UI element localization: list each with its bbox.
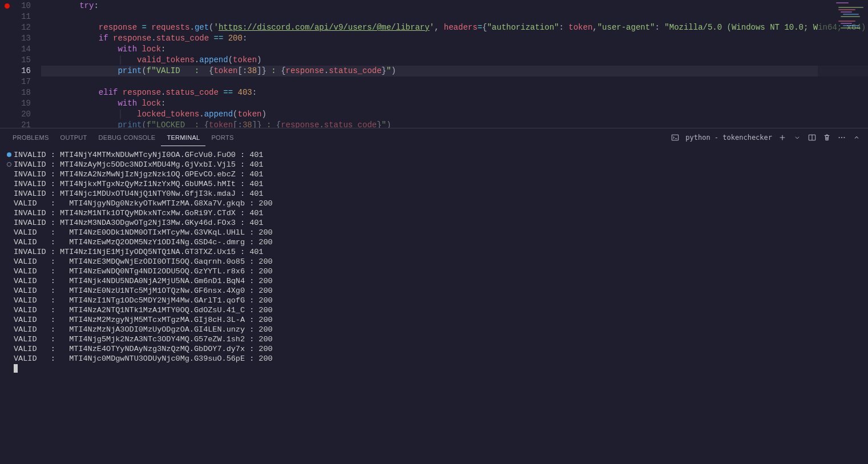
line-number[interactable]: 15 bbox=[0, 55, 31, 66]
tab-ports[interactable]: PORTS bbox=[205, 130, 239, 146]
terminal-line: INVALID : MTI4NjY4MTMxNDUwMTcyNjI0OA.GFc… bbox=[7, 150, 861, 160]
tab-debug-console[interactable]: DEBUG CONSOLE bbox=[93, 130, 162, 146]
terminal-line: VALID : MTI4NzE0NzU1NTc5MjM1OTQzNw.GF6ns… bbox=[7, 286, 861, 296]
code-line[interactable]: if response.status_code == 200: bbox=[41, 33, 868, 44]
panel-toolbar: python - tokenchecker bbox=[671, 133, 861, 142]
code-line[interactable]: response = requests.get('https://discord… bbox=[41, 22, 868, 33]
code-line[interactable] bbox=[41, 76, 868, 87]
terminal-line: VALID : MTI4NzM2MzgyNjM5MTcxMTgzMA.GIj8c… bbox=[7, 315, 861, 325]
code-line[interactable]: try: bbox=[41, 1, 868, 11]
terminal-line: VALID : MTI4NzA2NTQ1NTk1MzA1MTY0OQ.GdOZs… bbox=[7, 305, 861, 315]
terminal-line: VALID : MTI4NzEwMzQ2ODM5NzY1ODI4Ng.GSD4c… bbox=[7, 237, 861, 247]
terminal-line: INVALID : MTI4NzAyMjc5ODc3NDIxMDU4Mg.GjV… bbox=[7, 160, 861, 170]
more-icon[interactable] bbox=[837, 133, 846, 142]
terminal-shell-icon bbox=[671, 133, 680, 142]
code-line[interactable]: with lock: bbox=[41, 98, 868, 109]
terminal-line: VALID : MTI4Njc0MDgwNTU3ODUyNjc0Mg.G39su… bbox=[7, 354, 861, 364]
line-number[interactable]: 20 bbox=[0, 109, 31, 120]
panel-tabs: PROBLEMS OUTPUT DEBUG CONSOLE TERMINAL P… bbox=[0, 128, 868, 147]
code-line[interactable]: │ valid_tokens.append(token) bbox=[41, 55, 868, 66]
svg-point-3 bbox=[841, 137, 842, 138]
code-line[interactable]: with lock: bbox=[41, 44, 868, 55]
tab-output[interactable]: OUTPUT bbox=[55, 130, 93, 146]
split-terminal-icon[interactable] bbox=[808, 133, 817, 142]
terminal-cursor-line[interactable] bbox=[7, 364, 861, 373]
cursor bbox=[14, 364, 18, 373]
terminal-line: VALID : MTI4NzE4OTYyNDAyNzg3NzQzMQ.GbDOY… bbox=[7, 344, 861, 354]
svg-point-2 bbox=[839, 137, 840, 138]
chevron-down-icon[interactable] bbox=[793, 133, 802, 142]
line-number[interactable]: 21 bbox=[0, 120, 31, 131]
maximize-panel-icon[interactable] bbox=[852, 133, 861, 142]
bottom-panel: PROBLEMS OUTPUT DEBUG CONSOLE TERMINAL P… bbox=[0, 128, 868, 464]
terminal-line: INVALID : MTI4NzM3NDA3ODgwOTg2NjI3Mw.GKy… bbox=[7, 218, 861, 228]
line-number[interactable]: 12 bbox=[0, 22, 31, 33]
minimap[interactable] bbox=[818, 0, 868, 128]
line-number[interactable]: 10 bbox=[0, 1, 31, 11]
terminal-label: python - tokenchecker bbox=[685, 134, 772, 142]
terminal-line: VALID : MTI4NjgyNDg0NzkyOTkwMTIzMA.G8Xa7… bbox=[7, 199, 861, 208]
new-terminal-icon[interactable] bbox=[778, 133, 787, 142]
trash-icon[interactable] bbox=[822, 133, 831, 142]
code-line[interactable]: print(f"LOCKED : {token[:38]} : {respons… bbox=[41, 120, 868, 128]
code-line[interactable]: elif response.status_code == 403: bbox=[41, 87, 868, 98]
svg-rect-0 bbox=[672, 135, 679, 140]
line-number[interactable]: 19 bbox=[0, 98, 31, 109]
code-line[interactable] bbox=[41, 11, 868, 22]
code-line[interactable]: print(f"VALID : {token[:38]} : {response… bbox=[41, 66, 868, 76]
terminal-output[interactable]: INVALID : MTI4NjY4MTMxNDUwMTcyNjI0OA.GFc… bbox=[0, 147, 868, 464]
terminal-line: VALID : MTI4NzE0ODk1NDM0OTIxMTcyMw.G3VKq… bbox=[7, 228, 861, 237]
terminal-line: VALID : MTI4NzI1NTg1ODc5MDY2NjM4Mw.GArlT… bbox=[7, 296, 861, 305]
terminal-line: VALID : MTI4NzEwNDQ0NTg4NDI2ODU5OQ.GzYYT… bbox=[7, 267, 861, 276]
code-line[interactable]: │ locked_tokens.append(token) bbox=[41, 109, 868, 120]
tab-problems[interactable]: PROBLEMS bbox=[7, 130, 55, 146]
line-number[interactable]: 14 bbox=[0, 44, 31, 55]
line-number[interactable]: 17 bbox=[0, 76, 31, 87]
line-gutter[interactable]: 101112131415161718192021 bbox=[0, 0, 41, 128]
terminal-line: INVALID : MTI4NzM1NTk1OTQyMDkxNTcxMw.GoR… bbox=[7, 208, 861, 218]
terminal-line: VALID : MTI4Njg5Mjk2NzA3NTc3ODY4MQ.G57eZ… bbox=[7, 334, 861, 344]
terminal-line: INVALID : MTI4NzI1NjE1MjIyODQ5NTQ1NA.GT3… bbox=[7, 247, 861, 257]
terminal-line: VALID : MTI4Njk4NDU5NDA0NjA2MjU5NA.Gm6nD… bbox=[7, 276, 861, 286]
status-dot-icon bbox=[7, 152, 11, 157]
line-number[interactable]: 16 bbox=[0, 66, 31, 76]
status-dot-icon bbox=[7, 162, 11, 167]
line-number[interactable]: 11 bbox=[0, 11, 31, 22]
terminal-line: INVALID : MTI4NjkxMTgxNzQyMzI1NzYxMQ.GbU… bbox=[7, 179, 861, 189]
svg-point-4 bbox=[843, 137, 845, 138]
tab-terminal[interactable]: TERMINAL bbox=[161, 130, 205, 146]
code-content[interactable]: try: response = requests.get('https://di… bbox=[41, 0, 868, 128]
terminal-line: INVALID : MTI4NzA2NzMwNjIzNjgzNzk1OQ.GPE… bbox=[7, 170, 861, 179]
terminal-line: INVALID : MTI4Njc1MDUxOTU4NjQ1NTY0Nw.Gfj… bbox=[7, 189, 861, 199]
code-editor[interactable]: 101112131415161718192021 try: response =… bbox=[0, 0, 868, 128]
terminal-line: VALID : MTI4NzE3MDQwNjEzODI0OTI5OQ.Gaqrn… bbox=[7, 257, 861, 267]
line-number[interactable]: 18 bbox=[0, 87, 31, 98]
terminal-line: VALID : MTI4NzMzNjA3ODI0MzUyODgzOA.GI4LE… bbox=[7, 325, 861, 334]
line-number[interactable]: 13 bbox=[0, 33, 31, 44]
breakpoint-icon[interactable] bbox=[5, 3, 10, 9]
